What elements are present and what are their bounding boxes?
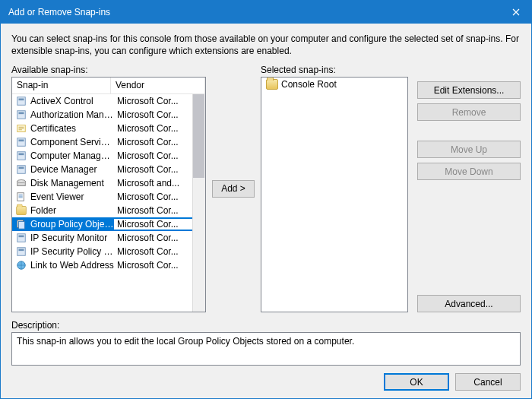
- svg-rect-15: [19, 222, 25, 230]
- svg-rect-5: [17, 138, 26, 147]
- available-headers: Snap-in Vendor: [12, 78, 205, 94]
- scrollbar-thumb[interactable]: [193, 94, 204, 178]
- disk-icon: [15, 177, 27, 189]
- snapin-row[interactable]: Event ViewerMicrosoft Cor...: [12, 190, 205, 204]
- dialog-body: You can select snap-ins for this console…: [1, 24, 531, 398]
- snapin-name: IP Security Policy M...: [30, 246, 114, 257]
- svg-rect-6: [19, 140, 24, 142]
- edit-extensions-button[interactable]: Edit Extensions...: [417, 81, 521, 99]
- available-column: Available snap-ins: Snap-in Vendor Activ…: [11, 65, 206, 312]
- svg-point-12: [17, 180, 26, 183]
- snapin-name: Folder: [30, 205, 114, 216]
- description-area: Description: This snap-in allows you to …: [11, 320, 521, 366]
- snapin-name: IP Security Monitor: [30, 233, 114, 243]
- link-icon: [15, 259, 27, 271]
- header-snapin[interactable]: Snap-in: [12, 78, 111, 93]
- svg-rect-3: [19, 112, 24, 115]
- snapin-name: Authorization Manager: [30, 109, 114, 120]
- description-label: Description:: [11, 320, 521, 331]
- dialog-buttons: OK Cancel: [11, 373, 521, 391]
- snapin-vendor: Microsoft Cor...: [114, 164, 202, 175]
- snapin-vendor: Microsoft Cor...: [114, 123, 202, 134]
- snapin-vendor: Microsoft Cor...: [114, 205, 202, 216]
- header-vendor[interactable]: Vendor: [111, 78, 205, 93]
- snapin-vendor: Microsoft and...: [114, 178, 202, 188]
- ok-button[interactable]: OK: [384, 373, 449, 391]
- close-icon: [512, 8, 520, 16]
- snapin-name: Component Services: [30, 137, 114, 147]
- comp-icon: [15, 136, 27, 148]
- svg-rect-1: [19, 99, 24, 101]
- close-button[interactable]: [501, 1, 531, 24]
- ipsecpol-icon: [15, 245, 27, 258]
- event-icon: [15, 191, 27, 203]
- snapin-row[interactable]: FolderMicrosoft Cor...: [12, 204, 205, 217]
- middle-column: Add >: [212, 65, 255, 312]
- selected-column: Selected snap-ins: Console Root: [261, 65, 408, 312]
- snapin-row[interactable]: Computer Managem...Microsoft Cor...: [12, 149, 205, 163]
- snapin-row[interactable]: Device ManagerMicrosoft Cor...: [12, 163, 205, 176]
- actions-column: Edit Extensions... Remove Move Up Move D…: [414, 65, 521, 312]
- available-listbox[interactable]: Snap-in Vendor ActiveX ControlMicrosoft …: [11, 77, 206, 312]
- svg-rect-2: [17, 111, 26, 119]
- svg-rect-8: [19, 154, 24, 156]
- svg-rect-16: [17, 234, 26, 242]
- snapin-row[interactable]: Group Policy Object ...Microsoft Cor...: [12, 217, 205, 231]
- snapin-row[interactable]: Authorization ManagerMicrosoft Cor...: [12, 108, 205, 122]
- snapin-name: Certificates: [30, 123, 114, 134]
- snapin-row[interactable]: ActiveX ControlMicrosoft Cor...: [12, 94, 205, 108]
- snapin-name: Computer Managem...: [30, 150, 114, 161]
- svg-rect-7: [17, 152, 26, 160]
- intro-text: You can select snap-ins for this console…: [11, 33, 521, 57]
- mgmt-icon: [15, 150, 27, 162]
- device-icon: [15, 163, 27, 176]
- svg-rect-18: [17, 248, 26, 256]
- window-title: Add or Remove Snap-ins: [8, 7, 110, 17]
- cert-icon: [15, 122, 27, 135]
- snapin-vendor: Microsoft Cor...: [114, 109, 202, 120]
- remove-button[interactable]: Remove: [417, 103, 521, 121]
- snapin-vendor: Microsoft Cor...: [114, 233, 202, 243]
- snapin-vendor: Microsoft Cor...: [114, 96, 202, 106]
- snapin-name: ActiveX Control: [30, 96, 114, 106]
- snapin-vendor: Microsoft Cor...: [114, 137, 202, 147]
- svg-rect-9: [17, 166, 26, 174]
- folder-icon: [266, 79, 278, 90]
- panels-area: Available snap-ins: Snap-in Vendor Activ…: [11, 65, 521, 312]
- scrollbar[interactable]: [192, 94, 205, 312]
- snapin-row[interactable]: Disk ManagementMicrosoft and...: [12, 176, 205, 190]
- snapin-name: Link to Web Address: [30, 260, 114, 271]
- snapin-name: Device Manager: [30, 164, 114, 175]
- selected-label: Selected snap-ins:: [261, 65, 408, 75]
- snapin-vendor: Microsoft Cor...: [114, 246, 202, 257]
- selected-listbox[interactable]: Console Root: [261, 77, 408, 312]
- gap: [417, 125, 521, 136]
- dialog-window: Add or Remove Snap-ins You can select sn…: [0, 0, 532, 399]
- snapin-vendor: Microsoft Cor...: [114, 192, 202, 202]
- cancel-button[interactable]: Cancel: [455, 373, 521, 391]
- snapin-row[interactable]: Link to Web AddressMicrosoft Cor...: [12, 258, 205, 272]
- svg-rect-10: [19, 167, 24, 169]
- move-up-button[interactable]: Move Up: [417, 141, 521, 158]
- snapin-name: Group Policy Object ...: [30, 219, 114, 230]
- titlebar: Add or Remove Snap-ins: [1, 1, 531, 24]
- snapin-row[interactable]: Component ServicesMicrosoft Cor...: [12, 135, 205, 149]
- snapin-row[interactable]: IP Security Policy M...Microsoft Cor...: [12, 245, 205, 258]
- available-label: Available snap-ins:: [11, 65, 206, 75]
- ipsec-icon: [15, 232, 27, 244]
- snapin-name: Event Viewer: [30, 192, 114, 202]
- tree-root-item[interactable]: Console Root: [261, 78, 407, 91]
- svg-rect-13: [17, 193, 24, 201]
- snapin-row[interactable]: CertificatesMicrosoft Cor...: [12, 122, 205, 135]
- svg-rect-17: [19, 236, 24, 238]
- add-button[interactable]: Add >: [212, 180, 255, 198]
- gpo-icon: [15, 218, 27, 230]
- snapin-vendor: Microsoft Cor...: [114, 219, 202, 230]
- activex-icon: [15, 95, 27, 107]
- snapin-vendor: Microsoft Cor...: [114, 260, 202, 271]
- description-box: This snap-in allows you to edit the loca…: [11, 332, 521, 366]
- svg-rect-0: [17, 97, 26, 106]
- snapin-row[interactable]: IP Security MonitorMicrosoft Cor...: [12, 231, 205, 245]
- advanced-button[interactable]: Advanced...: [417, 295, 521, 312]
- move-down-button[interactable]: Move Down: [417, 163, 521, 180]
